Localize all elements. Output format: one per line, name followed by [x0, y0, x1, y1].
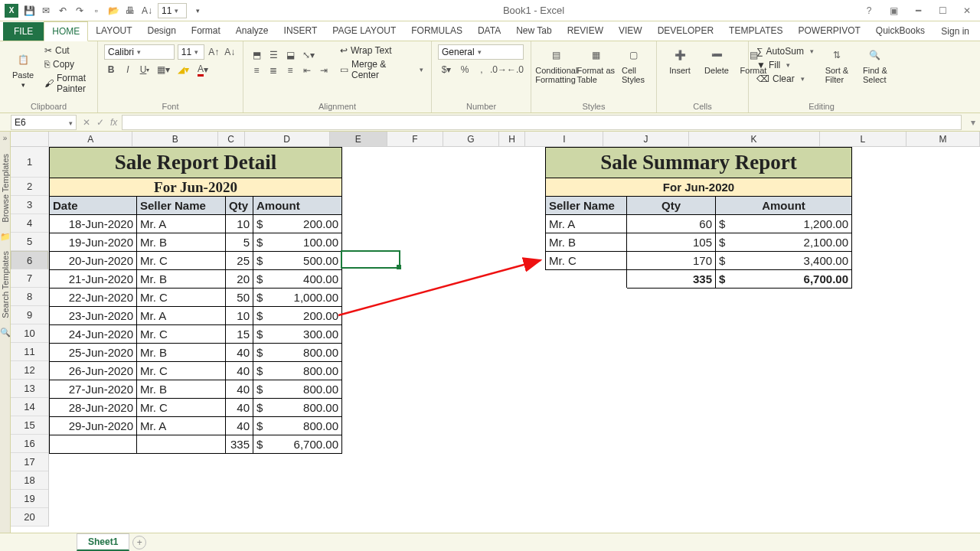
row-header-12[interactable]: 12	[11, 361, 48, 380]
tab-data[interactable]: DATA	[470, 21, 508, 41]
save-icon[interactable]: 💾	[23, 5, 35, 17]
insert-button[interactable]: ➕Insert	[663, 44, 697, 77]
row-header-18[interactable]: 18	[11, 471, 48, 490]
row-header-2[interactable]: 2	[11, 178, 48, 196]
format-as-table-button[interactable]: ▦Format as Table	[579, 44, 613, 86]
col-header-L[interactable]: L	[820, 132, 906, 146]
row-header-20[interactable]: 20	[11, 508, 48, 527]
sort-asc-icon[interactable]: A↓	[141, 5, 153, 17]
copy-button[interactable]: ⎘Copy	[43, 58, 91, 70]
print-preview-icon[interactable]: 🖶	[124, 5, 136, 17]
row-header-3[interactable]: 3	[11, 196, 48, 214]
col-header-M[interactable]: M	[906, 132, 980, 146]
sheet-tab-sheet1[interactable]: Sheet1	[77, 533, 129, 551]
col-header-D[interactable]: D	[245, 132, 330, 146]
font-name-select[interactable]: Calibri	[104, 44, 175, 60]
confirm-edit-icon[interactable]: ✓	[96, 117, 104, 128]
col-header-K[interactable]: K	[689, 132, 820, 146]
shrink-font-icon[interactable]: A↓	[224, 45, 237, 59]
cut-button[interactable]: ✂Cut	[43, 44, 91, 57]
align-middle-icon[interactable]: ☰	[266, 48, 280, 62]
fill-color-button[interactable]: ◢▾	[175, 63, 191, 77]
indent-dec-icon[interactable]: ⇤	[300, 64, 314, 77]
number-format-select[interactable]: General	[438, 44, 524, 60]
align-left-icon[interactable]: ≡	[250, 64, 263, 77]
wrap-text-button[interactable]: ↩Wrap Text	[338, 44, 425, 57]
tab-formulas[interactable]: FORMULAS	[403, 21, 470, 41]
comma-button[interactable]: ,	[475, 63, 488, 77]
clear-button[interactable]: ⌫Clear	[755, 73, 815, 85]
italic-button[interactable]: I	[121, 63, 135, 77]
col-header-G[interactable]: G	[443, 132, 499, 146]
tab-format[interactable]: Format	[184, 21, 228, 41]
cells-area[interactable]: Sale Report Detail For Jun-2020 DateSell…	[49, 147, 980, 533]
col-header-I[interactable]: I	[525, 132, 603, 146]
row-header-8[interactable]: 8	[11, 288, 48, 306]
tab-design[interactable]: Design	[139, 21, 183, 41]
format-painter-button[interactable]: 🖌Format Painter	[43, 72, 91, 95]
cond-format-button[interactable]: ▤Conditional Formatting	[537, 44, 576, 86]
grow-font-icon[interactable]: A↑	[207, 45, 220, 59]
row-header-10[interactable]: 10	[11, 324, 48, 343]
row-header-13[interactable]: 13	[11, 380, 48, 398]
fill-button[interactable]: ▼Fill	[755, 59, 815, 71]
browse-templates-link[interactable]: Browse Templates	[1, 154, 10, 223]
row-header-7[interactable]: 7	[11, 269, 48, 288]
tab-developer[interactable]: DEVELOPER	[650, 21, 721, 41]
qat-font-size[interactable]: 11	[158, 3, 187, 18]
align-right-icon[interactable]: ≡	[283, 64, 297, 77]
tab-powerpivot[interactable]: POWERPIVOT	[791, 21, 868, 41]
row-header-5[interactable]: 5	[11, 233, 48, 251]
tab-insert[interactable]: INSERT	[276, 21, 325, 41]
col-header-F[interactable]: F	[387, 132, 443, 146]
font-size-select[interactable]: 11	[178, 44, 204, 60]
tab-file[interactable]: FILE	[3, 22, 44, 41]
dec-decimal-button[interactable]: ←.0	[508, 63, 522, 77]
currency-button[interactable]: $▾	[438, 63, 455, 77]
chevron-down-icon[interactable]: ▾	[191, 5, 204, 17]
search-templates-link[interactable]: Search Templates	[1, 251, 10, 318]
col-header-A[interactable]: A	[49, 132, 132, 146]
row-header-4[interactable]: 4	[11, 214, 48, 233]
help-icon[interactable]: ?	[859, 3, 879, 18]
select-all-corner[interactable]	[11, 132, 49, 147]
email-icon[interactable]: ✉	[40, 5, 52, 17]
add-sheet-button[interactable]: +	[132, 536, 146, 549]
merge-center-button[interactable]: ▭Merge & Center	[338, 58, 425, 81]
cell-styles-button[interactable]: ▢Cell Styles	[616, 44, 650, 86]
row-header-14[interactable]: 14	[11, 398, 48, 416]
row-header-1[interactable]: 1	[11, 147, 48, 178]
find-select-button[interactable]: 🔍Find & Select	[858, 44, 892, 86]
chevron-right-icon[interactable]: »	[3, 132, 8, 145]
tab-review[interactable]: REVIEW	[560, 21, 611, 41]
font-color-button[interactable]: A▾	[194, 63, 211, 77]
tab-analyze[interactable]: Analyze	[228, 21, 276, 41]
ribbon-options-icon[interactable]: ▣	[884, 3, 903, 18]
row-header-9[interactable]: 9	[11, 306, 48, 324]
col-header-H[interactable]: H	[499, 132, 526, 146]
col-header-E[interactable]: E	[330, 132, 387, 146]
maximize-icon[interactable]: ☐	[933, 3, 952, 18]
sort-filter-button[interactable]: ⇅Sort & Filter	[820, 44, 854, 86]
bold-button[interactable]: B	[104, 63, 118, 77]
tab-home[interactable]: HOME	[44, 21, 88, 41]
tab-templates[interactable]: TEMPLATES	[721, 21, 790, 41]
new-icon[interactable]: ▫	[90, 5, 103, 17]
percent-button[interactable]: %	[458, 63, 472, 77]
cancel-edit-icon[interactable]: ✕	[83, 117, 90, 128]
undo-icon[interactable]: ↶	[57, 5, 69, 17]
name-box[interactable]: E6	[11, 115, 77, 130]
tab-new-tab[interactable]: New Tab	[508, 21, 559, 41]
tab-layout[interactable]: LAYOUT	[88, 21, 139, 41]
autosum-button[interactable]: ∑AutoSum	[755, 45, 815, 57]
paste-button[interactable]: 📋 Paste ▾	[6, 49, 40, 90]
fx-icon[interactable]: fx	[110, 117, 117, 128]
col-header-B[interactable]: B	[132, 132, 217, 146]
minimize-icon[interactable]: ━	[908, 3, 928, 18]
delete-button[interactable]: ➖Delete	[700, 44, 733, 77]
sign-in-link[interactable]: Sign in	[933, 22, 977, 41]
expand-fbar-icon[interactable]: ▾	[966, 117, 980, 128]
row-header-15[interactable]: 15	[11, 416, 48, 435]
tab-page-layout[interactable]: PAGE LAYOUT	[325, 21, 403, 41]
col-header-C[interactable]: C	[218, 132, 245, 146]
